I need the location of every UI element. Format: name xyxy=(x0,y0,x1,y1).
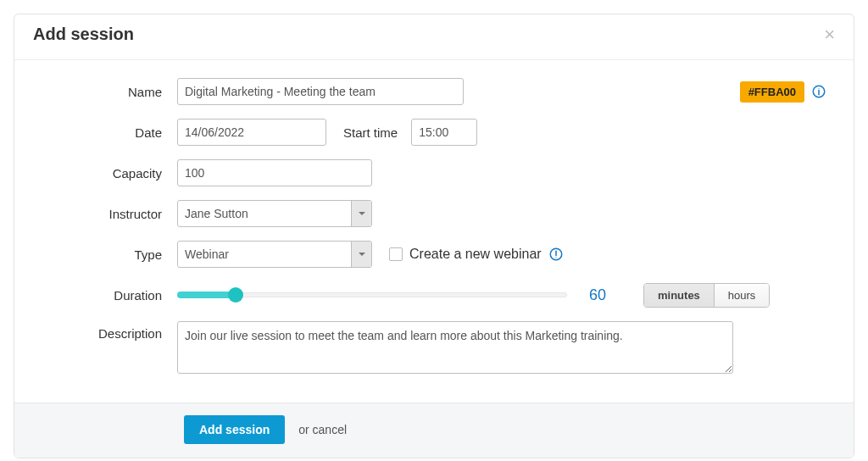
type-value[interactable] xyxy=(177,241,372,268)
add-session-dialog: Add session × Name #FFBA00 Date Start ti xyxy=(14,14,854,458)
row-description: Description xyxy=(42,321,826,374)
duration-value: 60 xyxy=(589,286,615,304)
svg-point-2 xyxy=(818,88,819,89)
row-type: Type Create a new webinar xyxy=(42,240,826,269)
capacity-label: Capacity xyxy=(42,166,177,181)
cancel-link[interactable]: or cancel xyxy=(298,423,347,436)
dialog-title: Add session xyxy=(33,25,134,44)
exclamation-icon[interactable] xyxy=(548,247,564,262)
create-webinar-label: Create a new webinar xyxy=(409,247,542,262)
start-time-label: Start time xyxy=(343,125,398,140)
row-instructor: Instructor xyxy=(42,199,826,228)
duration-label: Duration xyxy=(42,288,177,303)
instructor-select[interactable] xyxy=(177,200,372,227)
close-icon[interactable]: × xyxy=(824,25,835,44)
name-input[interactable] xyxy=(177,78,464,105)
instructor-value[interactable] xyxy=(177,200,372,227)
row-capacity: Capacity xyxy=(42,158,826,187)
type-select[interactable] xyxy=(177,241,372,268)
unit-hours-button[interactable]: hours xyxy=(714,284,770,307)
capacity-input[interactable] xyxy=(177,159,372,186)
date-input[interactable] xyxy=(177,119,326,146)
create-webinar-checkbox[interactable] xyxy=(389,247,403,261)
slider-thumb[interactable] xyxy=(228,287,243,303)
chevron-down-icon[interactable] xyxy=(351,242,371,267)
duration-slider[interactable] xyxy=(177,285,567,305)
date-label: Date xyxy=(42,125,177,140)
description-textarea[interactable] xyxy=(177,321,733,374)
slider-fill xyxy=(177,292,236,298)
dialog-body: Name #FFBA00 Date Start time C xyxy=(14,60,854,403)
svg-point-5 xyxy=(555,257,556,258)
color-badge[interactable]: #FFBA00 xyxy=(740,81,804,103)
start-time-input[interactable] xyxy=(411,119,477,146)
instructor-label: Instructor xyxy=(42,207,177,221)
name-content: #FFBA00 xyxy=(177,78,826,105)
unit-toggle: minutes hours xyxy=(643,283,770,308)
chevron-down-icon[interactable] xyxy=(351,201,371,226)
type-label: Type xyxy=(42,247,177,262)
description-label: Description xyxy=(42,321,177,341)
dialog-footer: Add session or cancel xyxy=(14,403,854,458)
info-icon[interactable] xyxy=(811,84,826,99)
name-label: Name xyxy=(42,85,177,99)
row-date: Date Start time xyxy=(42,118,826,147)
dialog-header: Add session × xyxy=(14,14,854,60)
create-webinar-group: Create a new webinar xyxy=(389,247,564,262)
unit-minutes-button[interactable]: minutes xyxy=(644,284,714,307)
row-duration: Duration 60 minutes hours xyxy=(42,280,826,309)
add-session-button[interactable]: Add session xyxy=(184,415,285,444)
row-name: Name #FFBA00 xyxy=(42,77,826,106)
